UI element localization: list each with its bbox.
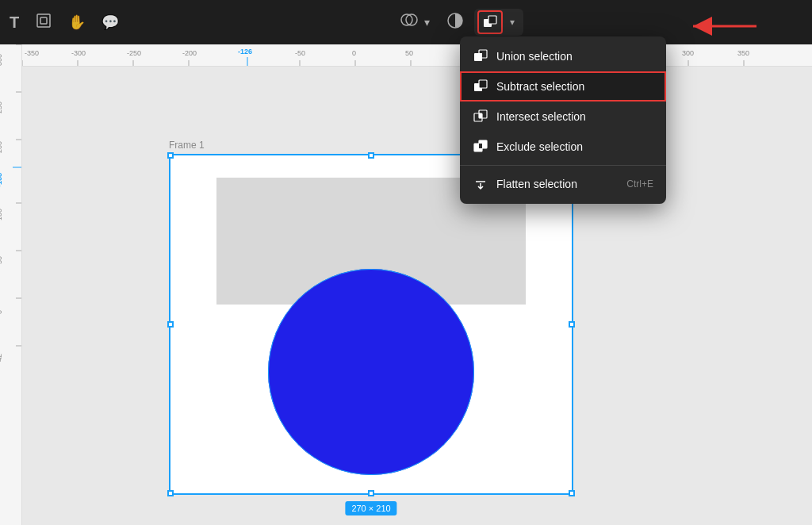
union-icon xyxy=(473,48,488,64)
flatten-icon xyxy=(473,176,488,192)
svg-text:-200: -200 xyxy=(0,141,3,155)
hand-tool[interactable]: ✋ xyxy=(68,13,86,31)
svg-text:-300: -300 xyxy=(71,49,86,57)
arrow-annotation xyxy=(669,6,764,49)
flatten-shortcut: Ctrl+E xyxy=(626,178,653,190)
svg-text:350: 350 xyxy=(737,49,749,57)
frame-tool[interactable] xyxy=(35,12,52,33)
svg-text:-250: -250 xyxy=(127,49,141,57)
svg-text:-200: -200 xyxy=(182,49,197,57)
exclude-icon xyxy=(473,139,488,155)
svg-text:-168: -168 xyxy=(0,173,3,187)
boolean-dropdown-button[interactable]: ▾ xyxy=(504,10,520,34)
svg-rect-6 xyxy=(488,16,496,24)
handle-top-left[interactable] xyxy=(167,152,174,159)
svg-rect-0 xyxy=(37,14,50,27)
svg-text:-250: -250 xyxy=(0,102,3,116)
menu-item-union[interactable]: Union selection xyxy=(460,41,666,71)
comment-tool[interactable]: 💬 xyxy=(102,13,119,31)
boolean-ops-dropdown[interactable]: ▾ xyxy=(424,16,430,29)
boolean-ops-icon[interactable] xyxy=(399,10,419,35)
toolbar-left: T ✋ 💬 xyxy=(10,12,119,33)
intersect-icon xyxy=(473,109,488,125)
contrast-icon[interactable] xyxy=(446,11,465,33)
svg-rect-55 xyxy=(479,53,482,58)
svg-text:-50: -50 xyxy=(0,256,3,266)
svg-text:-300: -300 xyxy=(0,54,3,68)
canvas[interactable]: Frame 1 270 × 210 xyxy=(22,67,812,525)
handle-mid-right[interactable] xyxy=(569,321,575,328)
svg-rect-60 xyxy=(479,113,482,118)
svg-text:300: 300 xyxy=(682,49,694,57)
subtract-icon xyxy=(473,79,488,94)
svg-rect-57 xyxy=(479,80,487,88)
text-tool[interactable]: T xyxy=(10,13,19,32)
svg-text:50: 50 xyxy=(405,49,413,57)
boolean-main-button[interactable] xyxy=(477,10,503,34)
boolean-group: ▾ xyxy=(474,9,523,36)
menu-item-subtract[interactable]: Subtract selection xyxy=(460,71,666,102)
handle-top-mid[interactable] xyxy=(368,152,374,159)
intersect-label: Intersect selection xyxy=(496,110,653,123)
handle-bottom-left[interactable] xyxy=(167,490,174,496)
subtract-label: Subtract selection xyxy=(496,80,653,93)
menu-divider xyxy=(460,165,666,166)
selection-border xyxy=(169,154,573,495)
svg-text:-100: -100 xyxy=(0,209,3,223)
frame-label: Frame 1 xyxy=(169,140,205,151)
handle-bottom-mid[interactable] xyxy=(368,490,374,496)
frame-container: Frame 1 270 × 210 xyxy=(169,154,573,495)
svg-text:-50: -50 xyxy=(295,49,305,57)
svg-rect-1 xyxy=(40,17,47,24)
handle-bottom-right[interactable] xyxy=(569,490,575,496)
menu-item-intersect[interactable]: Intersect selection xyxy=(460,102,666,132)
union-label: Union selection xyxy=(496,50,653,63)
dimension-label: 270 × 210 xyxy=(345,501,396,515)
svg-text:42: 42 xyxy=(0,354,3,362)
exclude-label: Exclude selection xyxy=(496,140,653,153)
svg-text:-126: -126 xyxy=(238,48,252,56)
svg-text:-350: -350 xyxy=(25,49,39,57)
flatten-label: Flatten selection xyxy=(496,178,619,190)
menu-item-exclude[interactable]: Exclude selection xyxy=(460,132,666,162)
ruler-left: -300 -250 -200 -168 -100 -50 0 42 xyxy=(0,44,22,525)
svg-text:0: 0 xyxy=(352,49,356,57)
handle-mid-left[interactable] xyxy=(167,321,174,328)
menu-item-flatten[interactable]: Flatten selection Ctrl+E xyxy=(460,169,666,199)
svg-rect-63 xyxy=(479,144,482,148)
svg-text:0: 0 xyxy=(0,310,3,314)
boolean-dropdown-menu: Union selection Subtract selection Inter… xyxy=(460,36,666,204)
